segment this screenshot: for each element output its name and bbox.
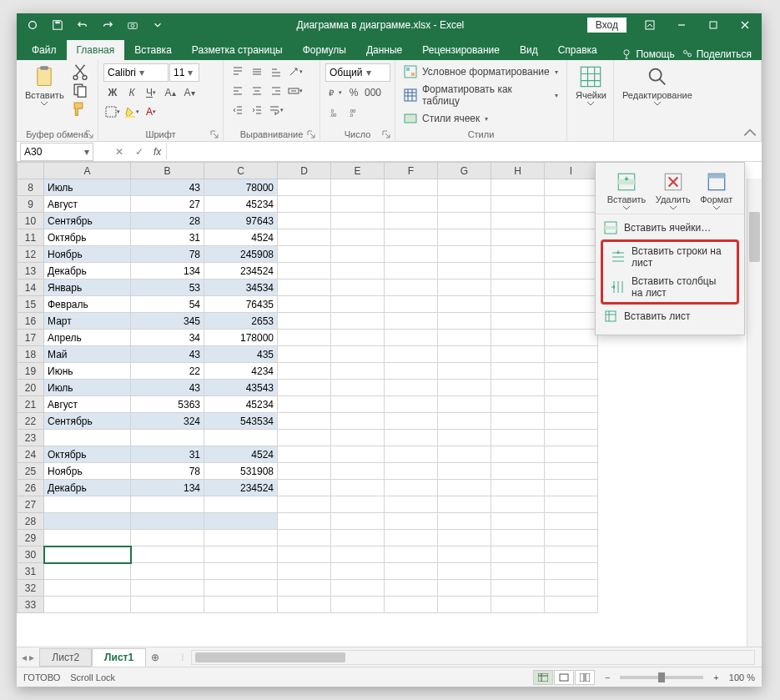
cell-styles-button[interactable]: Стили ячеек▾ — [400, 110, 491, 127]
cell[interactable]: 4524 — [204, 229, 278, 246]
cell[interactable] — [131, 513, 204, 530]
launcher-icon[interactable] — [84, 129, 94, 139]
cell[interactable]: 4234 — [204, 363, 278, 380]
horizontal-scrollbar[interactable] — [191, 650, 755, 665]
ribbon-tab-рецензирование[interactable]: Рецензирование — [412, 40, 510, 60]
cell[interactable] — [331, 430, 385, 446]
cell[interactable] — [331, 446, 385, 463]
cell[interactable] — [438, 330, 491, 346]
row-header[interactable]: 11 — [18, 229, 44, 246]
cell[interactable] — [545, 597, 598, 613]
copy-icon[interactable] — [71, 82, 89, 98]
cell[interactable] — [331, 380, 385, 396]
cell[interactable] — [438, 229, 491, 246]
cell[interactable]: Август — [44, 396, 131, 413]
cell[interactable] — [278, 597, 331, 613]
cell[interactable] — [545, 413, 598, 430]
cell[interactable] — [331, 330, 385, 346]
cell[interactable]: 31 — [131, 446, 204, 463]
row-header[interactable]: 20 — [18, 380, 44, 396]
cell[interactable] — [331, 563, 385, 580]
cell[interactable]: Сентябрь — [44, 213, 131, 229]
cell[interactable]: 27 — [131, 196, 204, 213]
cell[interactable] — [278, 279, 331, 296]
collapse-ribbon-icon[interactable] — [742, 126, 758, 139]
tell-me[interactable]: Помощь — [621, 48, 674, 60]
cell[interactable]: 4524 — [204, 446, 278, 463]
cell[interactable]: 76435 — [204, 296, 278, 313]
cell[interactable] — [331, 513, 385, 530]
cell[interactable] — [331, 296, 385, 313]
cell[interactable] — [545, 229, 598, 246]
cell[interactable] — [491, 196, 545, 213]
increase-decimal-icon[interactable]: .0.00 — [325, 103, 344, 120]
cell[interactable] — [545, 463, 598, 480]
cell[interactable]: Январь — [44, 279, 131, 296]
cell[interactable] — [438, 296, 491, 313]
cell[interactable] — [491, 263, 545, 279]
cell[interactable] — [278, 346, 331, 363]
row-header[interactable]: 21 — [18, 396, 44, 413]
row-header[interactable]: 32 — [18, 580, 44, 597]
cell[interactable] — [491, 330, 545, 346]
font-color-icon[interactable]: A▾ — [142, 103, 160, 120]
cell[interactable] — [491, 313, 545, 330]
menu-insert-rows[interactable]: Вставить строки на лист — [603, 242, 737, 272]
cell[interactable] — [545, 263, 598, 279]
cell[interactable]: Август — [44, 196, 131, 213]
normal-view-icon[interactable] — [533, 670, 553, 685]
cell[interactable] — [385, 480, 438, 496]
editing-button[interactable]: Редактирование — [619, 63, 696, 108]
cell[interactable] — [131, 496, 204, 513]
cell[interactable]: Март — [44, 313, 131, 330]
cell[interactable]: Сентябрь — [44, 413, 131, 430]
cell[interactable]: Май — [44, 346, 131, 363]
cell[interactable] — [385, 313, 438, 330]
cell[interactable] — [278, 496, 331, 513]
cell[interactable] — [278, 246, 331, 263]
zoom-level[interactable]: 100 % — [729, 672, 755, 682]
col-header[interactable]: H — [491, 163, 545, 179]
cell[interactable] — [44, 496, 131, 513]
share-button[interactable]: Поделиться — [682, 48, 752, 60]
cell[interactable] — [438, 413, 491, 430]
cell[interactable] — [331, 346, 385, 363]
cell[interactable]: 78 — [131, 246, 204, 263]
cell[interactable] — [131, 530, 204, 546]
row-header[interactable]: 26 — [18, 480, 44, 496]
align-left-icon[interactable] — [229, 83, 247, 99]
cell[interactable] — [278, 263, 331, 279]
cell[interactable]: Декабрь — [44, 263, 131, 279]
cell[interactable] — [438, 313, 491, 330]
cell[interactable] — [278, 380, 331, 396]
ribbon-tab-справка[interactable]: Справка — [548, 40, 607, 60]
cells-button[interactable]: Ячейки — [572, 63, 610, 108]
cell[interactable] — [438, 213, 491, 229]
cell[interactable] — [545, 580, 598, 597]
cell[interactable]: 134 — [131, 263, 204, 279]
cell[interactable]: Октябрь — [44, 229, 131, 246]
ribbon-options-icon[interactable] — [635, 15, 665, 35]
cell[interactable]: 2653 — [204, 313, 278, 330]
launcher-icon[interactable] — [209, 129, 219, 139]
cell[interactable] — [438, 480, 491, 496]
col-header[interactable]: G — [438, 163, 491, 179]
cell[interactable]: 5363 — [131, 396, 204, 413]
vertical-scrollbar[interactable] — [747, 179, 762, 647]
cell[interactable] — [385, 546, 438, 563]
col-header[interactable]: E — [331, 163, 385, 179]
cell[interactable] — [44, 530, 131, 546]
cell[interactable] — [491, 463, 545, 480]
cell[interactable]: 34534 — [204, 279, 278, 296]
cell[interactable] — [491, 380, 545, 396]
cell[interactable] — [278, 513, 331, 530]
increase-indent-icon[interactable] — [248, 102, 266, 118]
cut-icon[interactable] — [71, 63, 89, 80]
cell[interactable] — [438, 396, 491, 413]
cell[interactable] — [385, 530, 438, 546]
row-header[interactable]: 24 — [18, 446, 44, 463]
cell[interactable] — [545, 546, 598, 563]
decrease-indent-icon[interactable] — [229, 102, 247, 118]
cell[interactable] — [331, 496, 385, 513]
cell[interactable] — [44, 430, 131, 446]
